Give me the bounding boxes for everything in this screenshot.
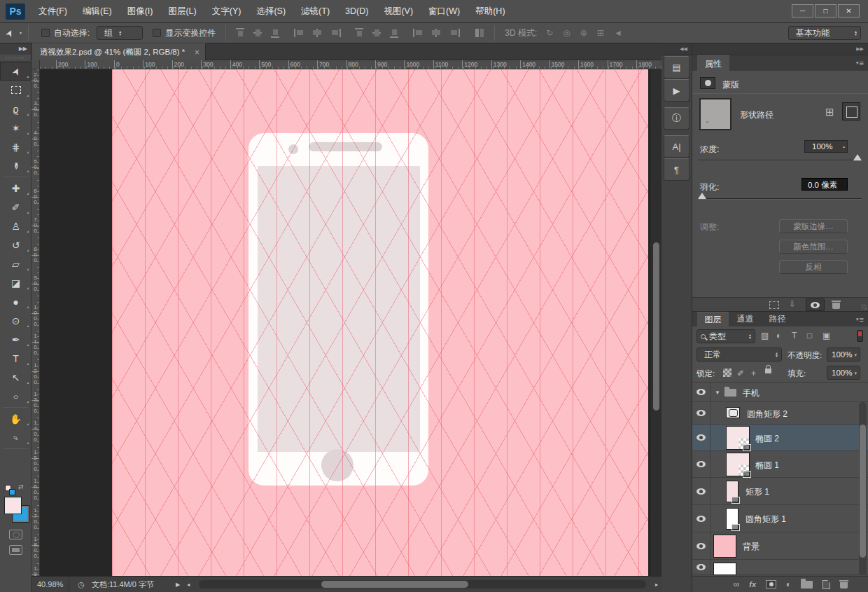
add-layer-mask-icon[interactable] bbox=[766, 580, 776, 588]
menu-item-4[interactable]: 文字(Y) bbox=[204, 0, 249, 23]
canvas-viewport[interactable] bbox=[40, 69, 650, 576]
layer-row-手机[interactable]: ▼手机 bbox=[692, 383, 868, 402]
status-flyout-arrow[interactable]: ▶ bbox=[176, 581, 180, 588]
hand-tool[interactable]: ✋ bbox=[0, 409, 31, 428]
tab-properties[interactable]: 属性 bbox=[697, 55, 729, 71]
align-button-0[interactable] bbox=[234, 28, 246, 38]
menu-item-9[interactable]: 窗口(W) bbox=[421, 0, 468, 23]
dodge-tool[interactable]: ⊙ bbox=[0, 311, 31, 330]
density-slider[interactable] bbox=[698, 160, 862, 161]
panel-resize-grip[interactable] bbox=[861, 304, 867, 310]
panel-menu-icon[interactable]: ≡ bbox=[856, 315, 864, 324]
tab-close-icon[interactable]: × bbox=[195, 48, 200, 57]
layers-scrollbar-thumb[interactable] bbox=[860, 425, 866, 558]
info-panel-icon[interactable]: ⓘ bbox=[664, 107, 690, 130]
clone-stamp-tool[interactable]: ♙ bbox=[0, 216, 31, 235]
density-slider-knob[interactable] bbox=[853, 154, 862, 160]
menu-item-6[interactable]: 滤镜(T) bbox=[293, 0, 337, 23]
feather-slider-knob[interactable] bbox=[698, 193, 706, 199]
layer-row-椭圆 2[interactable]: 椭圆 2 bbox=[692, 425, 868, 451]
filter-pixel-layers-icon[interactable]: ▨ bbox=[761, 331, 769, 340]
layer-thumbnail[interactable] bbox=[713, 563, 736, 575]
vertical-scrollbar-thumb[interactable] bbox=[652, 242, 660, 411]
align-button-5[interactable] bbox=[329, 28, 341, 38]
align-button-1[interactable] bbox=[252, 28, 264, 38]
3d-slide-icon[interactable]: ⊞ bbox=[597, 28, 604, 38]
vector-mask-button[interactable] bbox=[842, 102, 860, 121]
pen-tool[interactable]: ✒ bbox=[0, 330, 31, 349]
tool-preset-caret[interactable]: ▼ bbox=[19, 32, 22, 34]
eraser-tool[interactable]: ▱ bbox=[0, 254, 31, 273]
density-value-field[interactable]: 100% bbox=[804, 140, 848, 153]
mask-edge-button[interactable]: 蒙版边缘… bbox=[779, 219, 848, 233]
apply-mask-icon[interactable]: ⇩ bbox=[789, 299, 796, 309]
layer-row-圆角矩形 1[interactable]: 圆角矩形 1 bbox=[692, 505, 868, 532]
auto-select-dropdown[interactable]: 组 ▲ ▼ bbox=[97, 26, 143, 40]
layer-row-矩形 1[interactable]: 矩形 1 bbox=[692, 478, 868, 505]
3d-drag-icon[interactable]: ⊕ bbox=[580, 28, 587, 38]
adjustment-layer-icon[interactable]: ◐ bbox=[786, 579, 791, 589]
menu-item-0[interactable]: 文件(F) bbox=[31, 0, 75, 23]
visibility-eye-icon[interactable] bbox=[696, 461, 706, 467]
vector-mask-thumbnail[interactable] bbox=[726, 407, 740, 418]
auto-align-layers-button[interactable] bbox=[474, 28, 486, 38]
menu-item-10[interactable]: 帮助(H) bbox=[468, 0, 512, 23]
paragraph-panel-icon[interactable]: ¶ bbox=[664, 158, 690, 181]
3d-roll-icon[interactable]: ◎ bbox=[563, 28, 570, 38]
new-group-icon[interactable] bbox=[801, 581, 813, 588]
layer-thumbnail[interactable] bbox=[726, 426, 750, 450]
distribute-button-0[interactable] bbox=[354, 28, 365, 38]
paint-bucket-tool[interactable]: ◪ bbox=[0, 273, 31, 292]
distribute-button-1[interactable] bbox=[371, 28, 383, 38]
horizontal-scrollbar-thumb[interactable] bbox=[321, 581, 468, 588]
layer-thumbnail[interactable] bbox=[713, 535, 736, 558]
feather-slider[interactable] bbox=[698, 198, 862, 200]
vertical-scrollbar[interactable] bbox=[650, 69, 662, 576]
filter-type-layers-icon[interactable]: T bbox=[792, 331, 797, 340]
tab-layers[interactable]: 图层 bbox=[697, 312, 729, 326]
delete-layer-icon[interactable] bbox=[840, 580, 848, 588]
layer-row-背景[interactable]: 背景 bbox=[692, 532, 868, 560]
path-selection-tool[interactable]: ↖ bbox=[0, 368, 31, 387]
minimize-button[interactable]: ─ bbox=[792, 4, 813, 18]
3d-zoom-camera-icon[interactable]: ◄ bbox=[614, 28, 622, 38]
hscroll-right-arrow[interactable]: ▸ bbox=[655, 581, 658, 588]
visibility-eye-icon[interactable] bbox=[696, 389, 706, 395]
filter-enable-toggle[interactable] bbox=[857, 330, 863, 342]
3d-rotate-icon[interactable]: ↻ bbox=[546, 28, 553, 38]
actions-panel-icon[interactable]: ▶ bbox=[664, 79, 690, 102]
eyedropper-tool[interactable]: ✒ bbox=[0, 156, 31, 175]
crop-tool[interactable]: ⋕ bbox=[0, 137, 31, 156]
delete-mask-icon[interactable] bbox=[832, 301, 840, 309]
distribute-button-4[interactable] bbox=[430, 28, 442, 38]
layer-row-圆角矩形 2[interactable]: 圆角矩形 2 bbox=[692, 402, 868, 425]
align-button-4[interactable] bbox=[312, 28, 323, 38]
visibility-eye-icon[interactable] bbox=[696, 516, 706, 522]
rectangular-marquee-tool[interactable] bbox=[0, 81, 31, 99]
lock-all-icon[interactable] bbox=[765, 365, 771, 373]
lock-paint-icon[interactable]: ✐ bbox=[737, 369, 744, 378]
visibility-eye-icon[interactable] bbox=[696, 410, 706, 416]
visibility-eye-icon[interactable] bbox=[696, 488, 706, 495]
distribute-button-5[interactable] bbox=[448, 28, 460, 38]
document-tab[interactable]: 透视效果2.psd @ 41% (椭圆 2, RGB/8) * × bbox=[32, 43, 206, 60]
mask-visibility-button[interactable] bbox=[806, 298, 825, 311]
lock-position-icon[interactable]: + bbox=[751, 369, 756, 378]
canvas-document[interactable] bbox=[112, 69, 648, 576]
filter-adjustment-layers-icon[interactable]: ◐ bbox=[776, 331, 781, 340]
screen-mode-button[interactable] bbox=[9, 545, 22, 555]
blend-mode-dropdown[interactable]: 正常 ▲ ▼ bbox=[696, 347, 782, 362]
zoom-tool[interactable]: ♀ bbox=[0, 428, 31, 447]
opacity-value-dropdown[interactable]: 100% bbox=[827, 347, 860, 362]
show-transform-checkbox[interactable] bbox=[153, 29, 161, 37]
layer-style-icon[interactable]: fx bbox=[749, 580, 756, 588]
expand-dock-icon[interactable]: ◀◀ bbox=[662, 43, 692, 55]
horizontal-ruler[interactable]: 2001000100200300400500600700800900100011… bbox=[40, 60, 662, 69]
ruler-corner[interactable] bbox=[31, 60, 40, 69]
close-button[interactable]: ✕ bbox=[838, 4, 860, 18]
ellipse-tool[interactable]: ○ bbox=[0, 387, 31, 406]
menu-item-2[interactable]: 图像(I) bbox=[120, 0, 161, 23]
load-selection-icon[interactable] bbox=[769, 301, 779, 309]
brush-tool[interactable]: ✐ bbox=[0, 198, 31, 216]
history-panel-icon[interactable]: ▤ bbox=[664, 56, 690, 78]
